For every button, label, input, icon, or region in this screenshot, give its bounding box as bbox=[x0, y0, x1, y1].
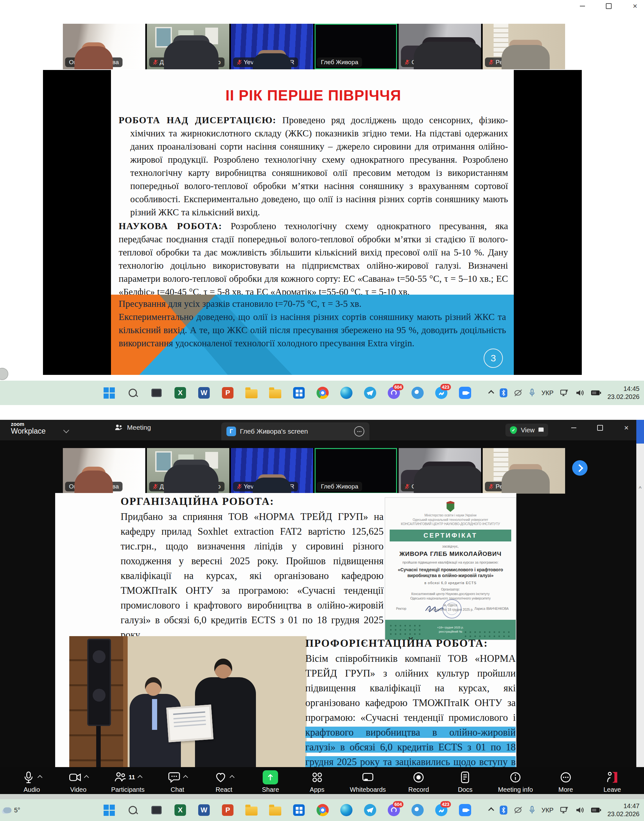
docs-button[interactable]: Docs bbox=[451, 770, 479, 793]
minimize-icon[interactable] bbox=[569, 423, 578, 433]
chevron-down-icon[interactable] bbox=[63, 427, 69, 433]
participant-tile-active-speaker[interactable]: Глеб Живора bbox=[314, 448, 397, 494]
chrome-icon[interactable] bbox=[316, 386, 330, 400]
participant-tile[interactable]: Peter bbox=[483, 448, 565, 494]
window-controls: × bbox=[577, 1, 641, 12]
microsoft-store-icon[interactable] bbox=[292, 803, 306, 817]
folder-icon[interactable] bbox=[244, 803, 259, 817]
speaker-icon[interactable] bbox=[575, 806, 584, 814]
display-icon[interactable] bbox=[560, 389, 569, 397]
start-icon[interactable] bbox=[102, 803, 116, 817]
tray-overflow-icon[interactable] bbox=[488, 807, 494, 813]
browser-icon[interactable] bbox=[411, 386, 425, 400]
browser-icon[interactable] bbox=[411, 803, 425, 817]
maximize-icon[interactable] bbox=[603, 1, 615, 11]
participant-tile-active-speaker[interactable]: Глеб Живора bbox=[314, 24, 397, 69]
language-indicator[interactable]: УКР bbox=[541, 389, 554, 397]
maximize-icon[interactable] bbox=[595, 423, 605, 433]
more-button[interactable]: More bbox=[552, 770, 580, 793]
display-icon[interactable] bbox=[560, 806, 569, 814]
folder-icon[interactable] bbox=[268, 386, 282, 400]
participant-tile[interactable]: Peter bbox=[483, 24, 565, 69]
participant-tile[interactable]: Оксана Чабанова bbox=[63, 24, 145, 69]
taskbar-clock[interactable]: 14:45 23.02.2026 bbox=[607, 385, 639, 401]
award-ceremony-photo bbox=[69, 636, 307, 767]
zoom-app-icon[interactable] bbox=[458, 803, 472, 817]
word-icon[interactable]: W bbox=[197, 386, 211, 400]
edge-icon[interactable] bbox=[339, 386, 353, 400]
excel-icon[interactable]: X bbox=[173, 386, 187, 400]
view-controls[interactable]: ✓ View bbox=[506, 424, 548, 437]
search-icon[interactable] bbox=[126, 803, 140, 817]
search-icon[interactable] bbox=[126, 386, 140, 400]
edge-icon[interactable] bbox=[339, 803, 353, 817]
participants-button[interactable]: 11 Participants bbox=[111, 770, 145, 793]
language-indicator[interactable]: УКР bbox=[541, 807, 554, 814]
tab-shared-screen[interactable]: Г Глеб Живора's screen bbox=[221, 422, 370, 440]
word-icon[interactable]: W bbox=[197, 803, 211, 817]
telegram-icon[interactable] bbox=[363, 803, 377, 817]
audio-button[interactable]: Audio bbox=[18, 770, 46, 793]
taskbar-clock[interactable]: 14:47 23.02.2026 bbox=[607, 802, 639, 818]
battery-icon[interactable] bbox=[591, 807, 601, 813]
microsoft-store-icon[interactable] bbox=[292, 386, 306, 400]
powerpoint-icon[interactable]: P bbox=[221, 803, 235, 817]
close-icon[interactable]: × bbox=[621, 423, 631, 433]
messenger-icon[interactable]: 423 bbox=[434, 386, 448, 400]
folder-icon[interactable] bbox=[268, 803, 282, 817]
powerpoint-icon[interactable]: P bbox=[221, 386, 235, 400]
excel-icon[interactable]: X bbox=[173, 803, 187, 817]
microphone-icon[interactable] bbox=[529, 389, 535, 397]
folder-icon[interactable] bbox=[244, 386, 259, 400]
viber-icon[interactable]: 604 bbox=[387, 803, 401, 817]
zoom-app-icon[interactable] bbox=[458, 386, 472, 400]
participant-tile[interactable]: Оксана Клименко bbox=[399, 24, 481, 69]
camera-off-icon[interactable] bbox=[514, 389, 523, 397]
task-view-icon[interactable] bbox=[149, 386, 164, 400]
chrome-icon[interactable] bbox=[316, 803, 330, 817]
participant-tile[interactable]: Оксана Клименко bbox=[399, 448, 481, 494]
weather-widget[interactable]: 5° bbox=[3, 807, 20, 814]
viber-icon[interactable]: 604 bbox=[387, 386, 401, 400]
video-button[interactable]: Video bbox=[64, 770, 92, 793]
messenger-icon[interactable]: 423 bbox=[434, 803, 448, 817]
chevron-up-icon[interactable] bbox=[138, 775, 143, 780]
tray-overflow-icon[interactable] bbox=[488, 390, 494, 396]
chat-button[interactable]: Chat bbox=[164, 770, 191, 793]
floating-widget-icon[interactable] bbox=[0, 368, 8, 380]
chevron-up-icon[interactable] bbox=[229, 775, 235, 780]
chevron-up-icon[interactable] bbox=[183, 775, 188, 780]
minimize-icon[interactable] bbox=[577, 1, 588, 11]
chevron-up-icon[interactable] bbox=[84, 775, 89, 780]
task-view-icon[interactable] bbox=[149, 803, 164, 817]
bluetooth-icon[interactable] bbox=[500, 806, 508, 815]
section-text: Вісім співробітників компанії ТОВ «НОРМА… bbox=[305, 651, 516, 767]
react-button[interactable]: React bbox=[210, 770, 238, 793]
next-participants-button[interactable] bbox=[572, 460, 587, 476]
battery-icon[interactable] bbox=[591, 390, 601, 396]
start-icon[interactable] bbox=[102, 386, 116, 400]
participant-tile[interactable]: Дмитро Скрипніченко bbox=[147, 24, 229, 69]
meeting-info-button[interactable]: Meeting info bbox=[498, 770, 533, 793]
tab-meeting[interactable]: Meeting bbox=[114, 424, 151, 431]
close-icon[interactable]: × bbox=[629, 1, 641, 11]
share-button[interactable]: Share bbox=[256, 770, 284, 793]
record-button[interactable]: Record bbox=[405, 770, 432, 793]
participant-tile[interactable]: Yevhenii KOTLIAR bbox=[231, 24, 313, 69]
view-button[interactable]: View bbox=[521, 427, 535, 434]
chevron-up-icon[interactable] bbox=[37, 775, 42, 780]
camera-off-icon[interactable] bbox=[514, 806, 523, 814]
participant-name: Peter bbox=[495, 59, 510, 66]
telegram-icon[interactable] bbox=[363, 386, 377, 400]
microphone-icon[interactable] bbox=[529, 806, 535, 814]
whiteboards-button[interactable]: Whiteboards bbox=[350, 770, 386, 793]
apps-button[interactable]: Apps bbox=[304, 770, 331, 793]
tab-options-icon[interactable] bbox=[354, 426, 364, 437]
background-scrollbar[interactable]: ^ bbox=[636, 444, 644, 821]
speaker-icon[interactable] bbox=[575, 389, 584, 397]
bluetooth-icon[interactable] bbox=[500, 388, 508, 397]
participant-tile[interactable]: Дмитро Скрипніченко bbox=[147, 448, 229, 494]
participant-tile[interactable]: Оксана Чабанова bbox=[63, 448, 145, 494]
leave-button[interactable]: Leave bbox=[598, 770, 626, 793]
participant-tile[interactable]: Yevhenii KOTLIAR bbox=[231, 448, 313, 494]
